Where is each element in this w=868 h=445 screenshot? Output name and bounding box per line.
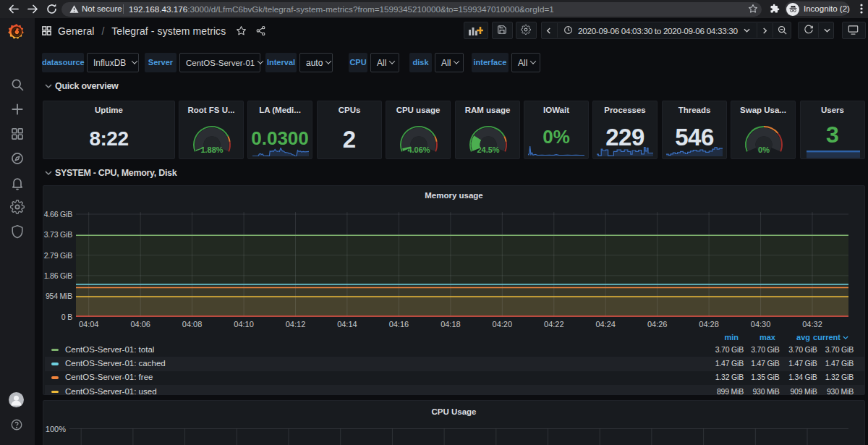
svg-text:24.5%: 24.5%: [477, 145, 499, 154]
svg-text:4.06%: 4.06%: [407, 145, 430, 154]
svg-text:1.88%: 1.88%: [200, 145, 223, 154]
svg-text:0%: 0%: [758, 145, 770, 154]
